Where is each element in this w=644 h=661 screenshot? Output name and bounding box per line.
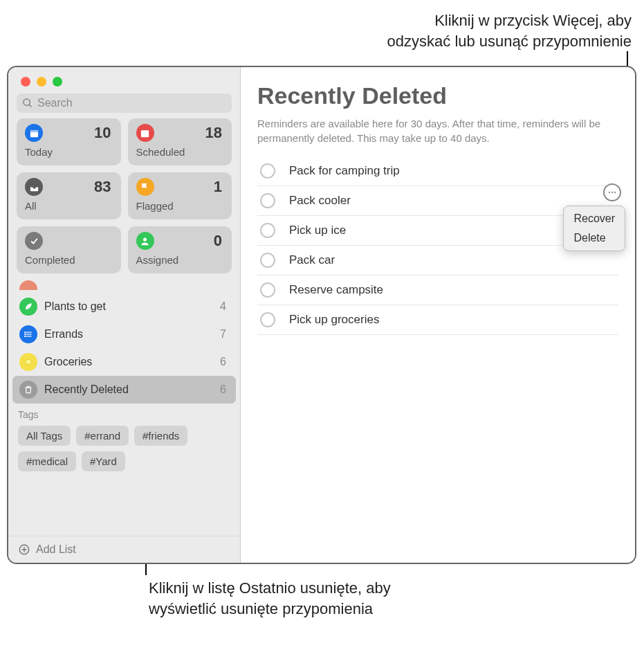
- list-icon-peek: [19, 280, 37, 290]
- tag-pill[interactable]: All Tags: [18, 426, 71, 446]
- svg-point-17: [611, 192, 613, 193]
- tag-pill[interactable]: #friends: [134, 426, 187, 446]
- completion-circle[interactable]: [260, 253, 275, 268]
- sidebar: Search 10 Today 18 Scheduled: [8, 67, 241, 563]
- list-count: 6: [220, 383, 226, 396]
- reminder-title: Pack car: [289, 253, 335, 267]
- annotation-recently-deleted: Kliknij w listę Ostatnio usunięte, aby w…: [149, 578, 439, 619]
- svg-point-10: [25, 334, 26, 334]
- page-title: Recently Deleted: [257, 82, 618, 109]
- list-count: 7: [220, 328, 226, 341]
- reminder-title: Pick up groceries: [289, 313, 379, 327]
- plus-circle-icon: [18, 543, 30, 556]
- completion-circle[interactable]: [260, 223, 275, 238]
- person-icon: [136, 232, 154, 250]
- trash-icon: [19, 381, 37, 399]
- smart-list-count: 10: [94, 124, 111, 142]
- tags-section: Tags All Tags #errand #friends #medical …: [8, 404, 240, 477]
- smart-list-count: 0: [214, 232, 222, 250]
- reminder-row[interactable]: Pick up groceries: [257, 305, 618, 335]
- search-placeholder: Search: [37, 97, 73, 109]
- sidebar-item-groceries[interactable]: Groceries 6: [12, 348, 236, 376]
- smart-list-label: Flagged: [136, 200, 224, 212]
- smart-list-all[interactable]: 83 All: [17, 172, 121, 219]
- smart-list-label: Completed: [25, 254, 113, 266]
- page-subtitle: Reminders are available here for 30 days…: [257, 116, 617, 145]
- completion-circle[interactable]: [260, 193, 275, 208]
- completion-circle[interactable]: [260, 282, 275, 298]
- reminder-title: Reserve campsite: [289, 283, 383, 297]
- reminder-title: Pack for camping trip: [289, 164, 400, 178]
- context-menu: Recover Delete: [563, 206, 625, 251]
- smart-list-count: 18: [205, 124, 222, 142]
- completion-circle[interactable]: [260, 312, 275, 327]
- ellipsis-icon: [607, 188, 617, 197]
- svg-point-18: [614, 192, 616, 193]
- reminder-row[interactable]: Reserve campsite: [257, 275, 618, 305]
- smart-list-label: Scheduled: [136, 146, 224, 158]
- smart-list-today[interactable]: 10 Today: [17, 118, 121, 165]
- tag-pill[interactable]: #Yard: [82, 451, 125, 471]
- smart-list-label: Today: [25, 146, 113, 158]
- menu-item-delete[interactable]: Delete: [564, 228, 625, 248]
- smart-list-flagged[interactable]: 1 Flagged: [128, 172, 232, 219]
- app-window: Search 10 Today 18 Scheduled: [7, 66, 636, 564]
- smart-list-scheduled[interactable]: 18 Scheduled: [128, 118, 232, 165]
- reminder-title: Pack cooler: [289, 194, 351, 208]
- main-content: Recently Deleted Reminders are available…: [241, 67, 635, 563]
- smart-list-count: 83: [94, 178, 111, 196]
- search-input[interactable]: Search: [17, 93, 232, 113]
- list-name: Plants to get: [44, 300, 220, 313]
- svg-point-16: [609, 192, 610, 193]
- menu-item-recover[interactable]: Recover: [564, 209, 625, 228]
- flag-icon: [136, 178, 154, 196]
- calendar-lines-icon: [136, 124, 154, 142]
- list-count: 4: [220, 300, 226, 313]
- list-name: Recently Deleted: [44, 383, 220, 396]
- svg-point-9: [25, 332, 26, 333]
- check-icon: [25, 232, 43, 250]
- tray-icon: [25, 178, 43, 196]
- svg-point-12: [25, 360, 31, 365]
- sidebar-item-recently-deleted[interactable]: Recently Deleted 6: [12, 376, 236, 404]
- svg-point-5: [143, 237, 147, 241]
- sidebar-item-plants[interactable]: Plants to get 4: [12, 293, 236, 320]
- smart-list-count: 1: [214, 178, 222, 196]
- svg-rect-3: [30, 130, 37, 132]
- smart-list-assigned[interactable]: 0 Assigned: [128, 226, 232, 273]
- list-name: Errands: [44, 328, 220, 341]
- leaf-icon: [19, 298, 37, 316]
- minimize-window-button[interactable]: [37, 77, 46, 87]
- smart-list-completed[interactable]: Completed: [17, 226, 121, 273]
- list-icon: [19, 325, 37, 343]
- svg-point-0: [24, 99, 30, 105]
- calendar-icon: [25, 124, 43, 142]
- list-count: 6: [220, 356, 226, 368]
- tag-pill[interactable]: #medical: [18, 451, 76, 471]
- smart-list-label: All: [25, 200, 113, 212]
- user-lists: Plants to get 4 Errands 7 Groceries 6: [8, 280, 240, 404]
- more-button[interactable]: [603, 183, 621, 201]
- smart-list-label: Assigned: [136, 254, 224, 266]
- svg-rect-4: [141, 130, 149, 137]
- annotation-more-button: Kliknij w przycisk Więcej, aby odzyskać …: [387, 10, 632, 51]
- smart-lists-grid: 10 Today 18 Scheduled 83 All: [8, 118, 240, 280]
- svg-line-1: [29, 105, 31, 107]
- window-controls: [8, 67, 240, 87]
- svg-point-11: [25, 336, 26, 336]
- tag-pill[interactable]: #errand: [76, 426, 129, 446]
- reminder-row[interactable]: Pack car: [257, 246, 618, 275]
- tags-heading: Tags: [18, 409, 230, 420]
- list-name: Groceries: [44, 356, 220, 368]
- reminder-row[interactable]: Pack for camping trip: [257, 156, 618, 186]
- add-list-label: Add List: [36, 543, 76, 556]
- reminder-title: Pick up ice: [289, 224, 346, 237]
- lemon-icon: [19, 353, 37, 371]
- sidebar-item-errands[interactable]: Errands 7: [12, 320, 236, 348]
- close-window-button[interactable]: [21, 77, 30, 87]
- search-icon: [22, 98, 33, 109]
- fullscreen-window-button[interactable]: [53, 77, 62, 87]
- completion-circle[interactable]: [260, 163, 275, 179]
- add-list-button[interactable]: Add List: [8, 536, 240, 563]
